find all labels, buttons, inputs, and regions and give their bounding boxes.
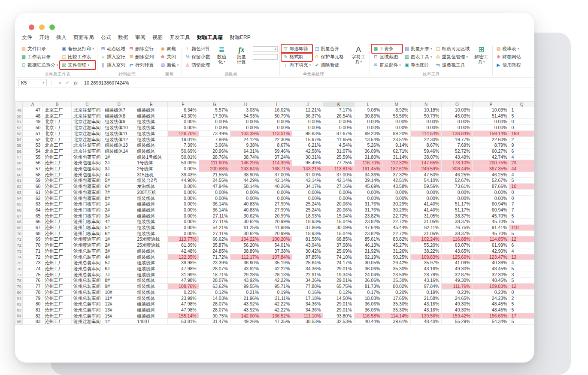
cell[interactable]: 19.77%: [442, 136, 473, 142]
cell[interactable]: 0.00%: [442, 189, 473, 195]
cell[interactable]: 71.72%: [199, 254, 230, 260]
cell[interactable]: 组装线体10: [103, 125, 135, 131]
cell[interactable]: 沧州工厂: [43, 319, 72, 325]
cell[interactable]: 6#: [103, 266, 135, 272]
dynamic-range-button[interactable]: ⊞动态区域: [99, 45, 127, 53]
cell[interactable]: 6.34%: [167, 107, 199, 113]
cell[interactable]: 0.00%: [292, 125, 323, 131]
cell[interactable]: 36.06%: [354, 307, 382, 313]
cell[interactable]: 北京工厂: [43, 125, 72, 131]
cell[interactable]: 77.88%: [292, 284, 323, 290]
cell[interactable]: 5: [509, 278, 534, 284]
cell[interactable]: 45.27%: [382, 242, 411, 248]
cell[interactable]: 46.13%: [354, 242, 382, 248]
cell[interactable]: 53: [22, 142, 43, 148]
cell[interactable]: 25.24%: [292, 201, 323, 207]
cell[interactable]: 95.71%: [261, 284, 292, 290]
row-header-74[interactable]: 74: [15, 254, 23, 260]
formula-value[interactable]: 10.2893138607424%: [84, 80, 129, 85]
cell[interactable]: 182.61%: [382, 166, 411, 172]
bulk-email-button[interactable]: ✉群发邮件▾: [372, 61, 402, 69]
row-header-84[interactable]: 84: [15, 313, 23, 319]
cell[interactable]: 31.47%: [199, 319, 230, 325]
cell[interactable]: 沧州工厂: [43, 278, 72, 284]
cell[interactable]: 8#: [103, 195, 135, 201]
cell[interactable]: 沧州工厂: [43, 219, 72, 225]
cell[interactable]: 1#: [103, 154, 135, 160]
cell[interactable]: 61: [22, 189, 43, 195]
cell[interactable]: 57: [22, 166, 43, 172]
cell[interactable]: 1400T: [135, 319, 167, 325]
fill-down-button[interactable]: ↓向下填充▾: [282, 61, 312, 69]
cell[interactable]: 0.17%: [354, 289, 382, 295]
cell[interactable]: 191.45%: [354, 166, 382, 172]
cell[interactable]: 168.71%: [261, 166, 292, 172]
cell[interactable]: 25米喷涂线: [135, 242, 167, 248]
cell[interactable]: 109.83%: [411, 254, 442, 260]
cell[interactable]: 0.00%: [230, 125, 261, 131]
cell[interactable]: 0.00%: [411, 195, 442, 201]
cell[interactable]: 74.10%: [323, 254, 354, 260]
cell[interactable]: 36.14%: [199, 201, 230, 207]
cell[interactable]: 31.07%: [323, 148, 354, 154]
cell[interactable]: 113.81%: [323, 166, 354, 172]
cell[interactable]: 51.17%: [442, 207, 473, 213]
cell[interactable]: 沧州工厂: [43, 189, 72, 195]
cell[interactable]: 50.69%: [167, 148, 199, 154]
cell[interactable]: 19.01%: [167, 136, 199, 142]
cell[interactable]: 59.46%: [411, 148, 442, 154]
cell[interactable]: 42.22%: [261, 307, 292, 313]
cell[interactable]: 37.00%: [323, 172, 354, 178]
cell[interactable]: 组装1号线体: [135, 154, 167, 160]
cell[interactable]: 18.93%: [292, 230, 323, 236]
cell[interactable]: 249.59%: [411, 166, 442, 172]
cell[interactable]: 5: [509, 319, 534, 325]
cell[interactable]: 1号线体: [135, 160, 167, 166]
cell[interactable]: 29.28%: [230, 272, 261, 278]
numeric-convert-button[interactable]: ≣数值化▾: [212, 45, 231, 64]
select-all-corner[interactable]: [15, 102, 23, 107]
cell[interactable]: 沧州总装车间: [72, 301, 103, 307]
cell[interactable]: 5#: [103, 225, 135, 231]
cell[interactable]: 5: [509, 113, 534, 119]
cell[interactable]: 沧州工厂: [43, 178, 72, 184]
cell[interactable]: 沧州工厂: [43, 242, 72, 248]
cell[interactable]: 0.00%: [382, 119, 411, 125]
cell[interactable]: 47.98%: [167, 266, 199, 272]
cell[interactable]: 5#: [103, 178, 135, 184]
row-header-71[interactable]: 71: [15, 236, 23, 242]
cell[interactable]: 34.36%: [292, 266, 323, 272]
cell[interactable]: 31.14%: [382, 154, 411, 160]
cell[interactable]: 北京工厂: [43, 119, 72, 125]
cell[interactable]: 95.49%: [292, 160, 323, 166]
file-manage-button[interactable]: ▥文件管理▾: [60, 61, 95, 69]
cell[interactable]: 46.25%: [442, 172, 473, 178]
cell[interactable]: 4: [509, 172, 534, 178]
cell[interactable]: 0.00%: [167, 207, 199, 213]
cell[interactable]: 31.76%: [354, 201, 382, 207]
cell[interactable]: 0.19%: [411, 289, 442, 295]
sheet-catalog-button[interactable]: ▦工作表目录: [20, 53, 59, 61]
cell[interactable]: 30.05%: [354, 260, 382, 266]
cell[interactable]: 38.74%: [230, 154, 261, 160]
row-header-73[interactable]: 73: [15, 248, 23, 254]
column-header-J[interactable]: J: [292, 102, 323, 107]
column-header-D[interactable]: D: [103, 102, 135, 107]
cell[interactable]: 65.75%: [323, 284, 354, 290]
cell[interactable]: 37.24%: [261, 154, 292, 160]
cell[interactable]: 42.48%: [167, 248, 199, 254]
cell[interactable]: 0.20%: [382, 289, 411, 295]
cell[interactable]: 136.52%: [261, 313, 292, 319]
cell[interactable]: 31.05%: [411, 230, 442, 236]
row-header-80[interactable]: 80: [15, 289, 23, 295]
cell[interactable]: 315压机: [135, 172, 167, 178]
cell[interactable]: 组装线体: [135, 295, 167, 301]
cell[interactable]: 30.31%: [292, 154, 323, 160]
cell[interactable]: 沧州工厂: [43, 301, 72, 307]
cell[interactable]: 48.45%: [473, 266, 509, 272]
cell[interactable]: 59.56%: [411, 184, 442, 190]
cell[interactable]: 30.29%: [382, 201, 411, 207]
cell[interactable]: 4: [509, 248, 534, 254]
cell[interactable]: 沧州工厂: [43, 195, 72, 201]
cell[interactable]: 沧州包覆车间: [72, 189, 103, 195]
